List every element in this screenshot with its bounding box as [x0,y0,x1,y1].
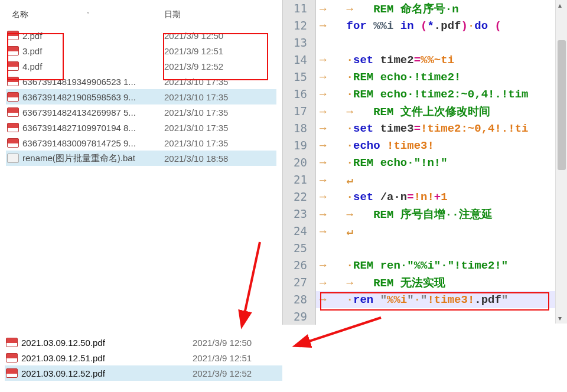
line-number: 14 [283,51,316,68]
code-line[interactable]: 15→ ·REM echo·!time2! [283,68,567,86]
code-line[interactable]: 18→ ·set time3=!time2:~0,4!.!ti [283,120,567,137]
pdf-icon [7,92,19,102]
code-content: → → REM 序号自增··注意延 [316,207,493,222]
scroll-up-icon[interactable]: ▴ [558,1,562,9]
code-line[interactable]: 14→ ·set time2=%%~ti [283,51,567,68]
code-content: → ·REM ren·"%%i"·"!time2!" [316,259,508,272]
code-line[interactable]: 20→ ·REM echo·"!n!" [283,154,567,171]
file-name: 63673914819349906523 1... [22,77,136,87]
file-name: 63673914827109970194 8... [22,123,136,133]
file-list-top: 名称 ˄ 日期 2.pdf2021/3/9 12:503.pdf2021/3/9… [0,0,282,166]
code-line[interactable]: 23→ → REM 序号自增··注意延 [283,205,567,223]
line-number: 13 [283,34,316,51]
code-line[interactable]: 21→ ↵ [283,171,567,188]
file-name: 63673914821908598563 9... [22,92,136,102]
pdf-icon [7,46,19,55]
bat-icon [7,153,19,163]
code-content: → ·set time2=%%~ti [316,54,454,67]
file-row[interactable]: rename(图片批量重命名).bat2021/3/10 18:58 [6,151,276,166]
file-name: 2021.03.09.12.51.pdf [21,353,105,363]
file-date: 2021/3/10 17:35 [159,107,276,117]
svg-line-0 [242,242,260,325]
code-line[interactable]: 11→ → REM 命名序号·n [283,0,567,17]
code-line[interactable]: 12→ for %%i in (*.pdf)·do ( [283,17,567,34]
code-line[interactable]: 24→ ↵ [283,223,567,240]
code-line[interactable]: 17→ → REM 文件上次修改时间 [283,103,567,120]
file-name: 63673914830097814725 9... [22,138,136,148]
code-line[interactable]: 25 [283,240,567,257]
file-row[interactable]: 63673914819349906523 1...2021/3/10 17:35 [6,74,276,89]
pdf-icon [7,107,19,117]
code-content: → for %%i in (*.pdf)·do ( [316,19,501,32]
code-content: → ·REM echo·"!n!" [316,156,448,169]
scroll-thumb[interactable] [558,40,566,170]
file-date: 2021/3/9 12:52 [188,368,282,378]
file-row[interactable]: 63673914827109970194 8...2021/3/10 17:35 [6,120,276,135]
arrow-annotation-1 [224,236,278,337]
scroll-down-icon[interactable]: ▾ [558,314,562,322]
code-line[interactable]: 16→ ·REM echo·!time2:~0,4!.!tim [283,86,567,103]
code-content: → ·ren "%%i"·"!time3!.pdf" [316,293,508,306]
sort-caret-icon: ˄ [86,11,90,19]
file-row[interactable]: 63673914830097814725 9...2021/3/10 17:35 [6,135,276,151]
file-name: 63673914824134269987 5... [22,107,136,117]
code-line[interactable]: 28→ ·ren "%%i"·"!time3!.pdf" [283,291,567,308]
file-date: 2021/3/10 17:35 [159,123,276,133]
file-name: 2021.03.09.12.50.pdf [21,338,105,348]
file-name: 4.pdf [22,61,42,71]
code-line[interactable]: 29 [283,308,567,325]
vertical-scrollbar[interactable]: ▴ ▾ [555,0,567,324]
code-content: → → REM 无法实现 [316,275,445,290]
line-number: 17 [283,103,316,120]
code-line[interactable]: 19→ ·echo !time3! [283,137,567,154]
file-date: 2021/3/9 12:52 [159,61,276,71]
pdf-icon [6,353,18,362]
code-content: → ·REM echo·!time2:~0,4!.!tim [316,88,528,101]
renamed-row[interactable]: 2021.03.09.12.52.pdf2021/3/9 12:52 [5,365,282,381]
file-row[interactable]: 4.pdf2021/3/9 12:52 [6,58,276,74]
line-number: 29 [283,308,316,325]
code-editor[interactable]: 11→ → REM 命名序号·n12→ for %%i in (*.pdf)·d… [282,0,567,325]
header-date[interactable]: 日期 [159,9,276,20]
header-date-label: 日期 [164,9,181,19]
line-number: 26 [283,257,316,274]
code-line[interactable]: 26→ ·REM ren·"%%i"·"!time2!" [283,257,567,274]
line-number: 23 [283,205,316,223]
line-number: 20 [283,154,316,171]
file-date: 2021/3/10 17:35 [159,138,276,148]
file-row[interactable]: 63673914824134269987 5...2021/3/10 17:35 [6,104,276,120]
code-line[interactable]: 13 [283,34,567,51]
line-number: 19 [283,137,316,154]
pdf-icon [6,368,18,378]
file-row[interactable]: 63673914821908598563 9...2021/3/10 17:35 [6,89,276,104]
line-number: 16 [283,86,316,103]
code-line[interactable]: 22→ ·set /a·n=!n!+1 [283,188,567,205]
header-name[interactable]: 名称 ˄ [6,9,159,20]
line-number: 11 [283,0,316,17]
renamed-row[interactable]: 2021.03.09.12.51.pdf2021/3/9 12:51 [5,350,282,365]
code-content: → ·set /a·n=!n!+1 [316,191,448,204]
renamed-row[interactable]: 2021.03.09.12.50.pdf2021/3/9 12:50 [5,335,282,350]
line-number: 24 [283,223,316,240]
file-date: 2021/3/9 12:50 [159,31,276,41]
line-number: 27 [283,274,316,291]
file-row[interactable]: 3.pdf2021/3/9 12:51 [6,43,276,58]
line-number: 21 [283,171,316,188]
header-name-label: 名称 [12,9,28,19]
file-rows: 2.pdf2021/3/9 12:503.pdf2021/3/9 12:514.… [6,28,276,166]
file-row[interactable]: 2.pdf2021/3/9 12:50 [6,28,276,43]
file-header: 名称 ˄ 日期 [6,6,276,28]
line-number: 25 [283,240,316,257]
line-number: 15 [283,68,316,86]
pdf-icon [7,31,19,40]
code-content: → ·echo !time3! [316,139,434,152]
code-content: → ·REM echo·!time2! [316,71,461,84]
renamed-file-list: 2021.03.09.12.50.pdf2021/3/9 12:502021.0… [5,335,282,381]
line-number: 18 [283,120,316,137]
code-content: → ·set time3=!time2:~0,4!.!ti [316,122,528,135]
pdf-icon [6,338,18,347]
code-content: → ↵ [316,224,353,239]
code-line[interactable]: 27→ → REM 无法实现 [283,274,567,291]
code-content: → ↵ [316,173,353,187]
file-date: 2021/3/9 12:51 [188,353,282,363]
